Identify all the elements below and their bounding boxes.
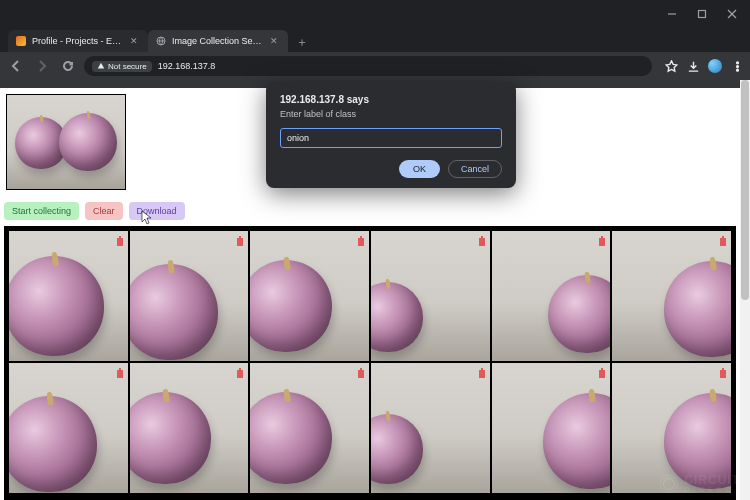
address-bar[interactable]: Not secure 192.168.137.8 [84,56,652,76]
url-text: 192.168.137.8 [158,61,216,71]
watermark-line2: DIGEST [684,485,740,494]
watermark: CIRCUIT DIGEST [660,473,740,494]
delete-icon[interactable] [596,365,608,377]
gallery-thumb[interactable] [9,231,128,361]
clear-button[interactable]: Clear [85,202,123,220]
scrollbar-thumb[interactable] [741,80,749,300]
tab-label: Profile - Projects - Edge Impulse [32,36,124,46]
scrollbar-track[interactable] [740,80,750,500]
delete-icon[interactable] [717,365,729,377]
image-gallery [4,226,736,500]
close-icon[interactable]: ✕ [130,36,140,46]
delete-icon[interactable] [355,233,367,245]
window-maximize-button[interactable] [688,4,716,24]
tab-image-collection-server[interactable]: Image Collection Server ✕ [148,30,288,52]
download-button[interactable]: Download [129,202,185,220]
reload-button[interactable] [58,56,78,76]
favicon-globe-icon [156,36,166,46]
gallery-thumb[interactable] [9,363,128,493]
start-collecting-button[interactable]: Start collecting [4,202,79,220]
window-minimize-button[interactable] [658,4,686,24]
browser-toolbar: Not secure 192.168.137.8 [0,52,750,80]
security-label: Not secure [108,62,147,71]
delete-icon[interactable] [114,365,126,377]
prompt-cancel-button[interactable]: Cancel [448,160,502,178]
gallery-thumb[interactable] [130,231,249,361]
action-button-row: Start collecting Clear Download [4,202,185,220]
back-button[interactable] [6,56,26,76]
window-titlebar [0,0,750,28]
delete-icon[interactable] [114,233,126,245]
gallery-thumb[interactable] [250,363,369,493]
gallery-thumb[interactable] [130,363,249,493]
watermark-logo-icon [660,475,678,493]
window-close-button[interactable] [718,4,746,24]
delete-icon[interactable] [234,365,246,377]
gallery-thumb[interactable] [371,231,490,361]
warning-icon [97,62,105,70]
delete-icon[interactable] [355,365,367,377]
gallery-thumb[interactable] [250,231,369,361]
favicon-edge-impulse-icon [16,36,26,46]
security-chip[interactable]: Not secure [92,61,152,72]
delete-icon[interactable] [596,233,608,245]
tab-strip: Profile - Projects - Edge Impulse ✕ Imag… [0,28,750,52]
delete-icon[interactable] [476,365,488,377]
delete-icon[interactable] [717,233,729,245]
gallery-thumb[interactable] [371,363,490,493]
prompt-input[interactable] [280,128,502,148]
bookmark-star-icon[interactable] [664,59,678,73]
svg-point-7 [736,69,738,71]
kebab-menu-icon[interactable] [730,59,744,73]
new-tab-button[interactable]: ＋ [292,32,312,52]
prompt-message: Enter label of class [280,109,502,119]
delete-icon[interactable] [234,233,246,245]
js-prompt-dialog: 192.168.137.8 says Enter label of class … [266,82,516,188]
tab-label: Image Collection Server [172,36,264,46]
close-icon[interactable]: ✕ [270,36,280,46]
delete-icon[interactable] [476,233,488,245]
gallery-thumb[interactable] [492,363,611,493]
prompt-origin: 192.168.137.8 says [280,94,502,105]
tab-edge-impulse[interactable]: Profile - Projects - Edge Impulse ✕ [8,30,148,52]
profile-avatar[interactable] [708,59,722,73]
svg-rect-1 [699,11,706,18]
svg-point-5 [736,61,738,63]
gallery-thumb[interactable] [612,231,731,361]
gallery-thumb[interactable] [492,231,611,361]
prompt-ok-button[interactable]: OK [399,160,440,178]
svg-point-6 [736,65,738,67]
download-icon[interactable] [686,59,700,73]
camera-preview [6,94,126,190]
forward-button[interactable] [32,56,52,76]
